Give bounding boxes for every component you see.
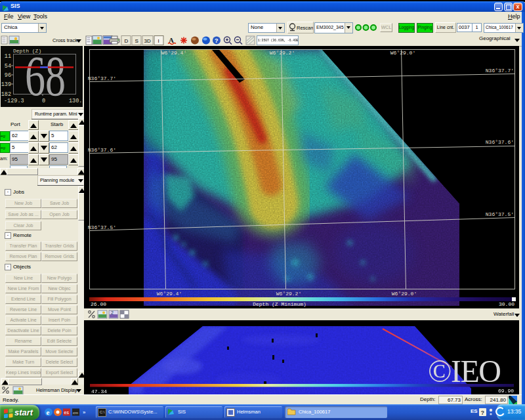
- svg-text:W6°29.4': W6°29.4': [157, 291, 182, 297]
- svg-text:182: 182: [1, 91, 11, 98]
- svg-text:N36°37.7': N36°37.7': [88, 75, 116, 81]
- svg-text:es: es: [64, 410, 70, 415]
- svg-text:cm: cm: [73, 411, 78, 415]
- svg-text:W6°29.2': W6°29.2': [276, 291, 301, 297]
- svg-text:D: D: [125, 38, 129, 44]
- svg-text:130.1: 130.1: [69, 98, 83, 104]
- svg-text:»: »: [83, 410, 86, 415]
- svg-text:N36°37.5': N36°37.5': [486, 211, 514, 217]
- svg-text:3D: 3D: [144, 38, 151, 44]
- svg-text:I: I: [158, 38, 159, 44]
- svg-text:W6°29.0': W6°29.0': [390, 50, 415, 56]
- svg-text:N36°37.7': N36°37.7': [486, 68, 514, 74]
- svg-text:2: 2: [111, 310, 114, 315]
- svg-text:?: ?: [481, 410, 485, 416]
- svg-text:N36°37.6': N36°37.6': [486, 139, 514, 145]
- svg-text:N36°37.5': N36°37.5': [88, 224, 116, 230]
- svg-text:W6°29.0': W6°29.0': [392, 291, 417, 297]
- svg-text:11: 11: [5, 53, 11, 60]
- svg-text:?: ?: [215, 37, 219, 44]
- svg-text:30.00: 30.00: [499, 301, 514, 307]
- svg-text:69.90: 69.90: [498, 388, 514, 394]
- svg-text:A: A: [169, 36, 174, 44]
- svg-text:96: 96: [5, 72, 11, 79]
- svg-text:26.00: 26.00: [91, 301, 106, 307]
- svg-text:47.34: 47.34: [91, 388, 107, 394]
- svg-text:©IEO: ©IEO: [428, 354, 500, 388]
- svg-text:68: 68: [25, 46, 66, 107]
- svg-text:139: 139: [1, 81, 11, 88]
- svg-text:Depth (Z Minimum): Depth (Z Minimum): [253, 301, 306, 307]
- svg-text:S: S: [135, 38, 138, 44]
- svg-text:-129.3: -129.3: [4, 98, 24, 104]
- svg-text:W6°29.2': W6°29.2': [270, 50, 295, 56]
- svg-text:W6°29.4': W6°29.4': [161, 50, 186, 56]
- svg-text:e: e: [47, 408, 50, 416]
- svg-text:54: 54: [5, 63, 11, 70]
- svg-text:N36°37.6': N36°37.6': [88, 147, 116, 153]
